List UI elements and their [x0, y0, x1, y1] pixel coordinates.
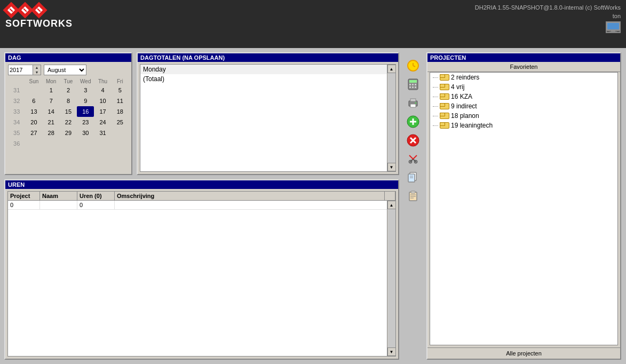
dot-line-3 — [433, 97, 438, 97]
uren-scroll-up[interactable]: ▲ — [387, 201, 396, 209]
project-item-vrij[interactable]: 4 vrij — [430, 82, 617, 92]
day-31[interactable]: 31 — [94, 128, 111, 138]
diamond-inner-2 — [21, 6, 29, 14]
day-14[interactable]: 14 — [43, 106, 60, 117]
alle-projecten-button[interactable]: Alle projecten — [427, 347, 620, 359]
add-button[interactable] — [405, 114, 421, 130]
main-content: DAG 2017 ▲ ▼ January February — [0, 48, 626, 364]
year-up-arrow[interactable]: ▲ — [33, 65, 41, 70]
project-name-leaningtech: 19 leaningtech — [451, 122, 493, 129]
day-15[interactable]: 15 — [60, 106, 77, 117]
monitor-icon[interactable] — [606, 21, 621, 33]
printer-button[interactable] — [405, 95, 421, 111]
svg-rect-9 — [409, 84, 411, 85]
week-row-33: 33 13 14 15 16 17 18 — [8, 106, 129, 117]
project-name-kza: 16 KZA — [451, 93, 472, 100]
copy-button[interactable] — [405, 170, 421, 186]
toolbar — [403, 52, 422, 360]
dot-line-2 — [433, 87, 438, 88]
dot-line-5 — [433, 116, 438, 116]
dagtotalen-content: Monday 1 (Totaal) 1 ▲ ▼ — [140, 64, 396, 172]
dagtotalen-scroll-down[interactable]: ▼ — [387, 163, 396, 171]
dagtotalen-scroll-up[interactable]: ▲ — [387, 65, 396, 73]
week-36: 36 — [8, 138, 25, 149]
uren-scrollbar[interactable]: ▲ ▼ — [387, 201, 395, 356]
diamond-bar-2 — [23, 8, 27, 12]
day-20[interactable]: 20 — [25, 117, 42, 128]
diamond-inner-3 — [35, 6, 43, 14]
project-item-leaningtech[interactable]: 19 leaningtech — [430, 121, 617, 130]
week-row-35: 35 27 28 29 30 31 — [8, 128, 129, 138]
day-4[interactable]: 4 — [94, 85, 111, 96]
project-name-reinders: 2 reinders — [451, 74, 479, 81]
dagtotalen-scrollbar[interactable]: ▲ ▼ — [387, 65, 395, 171]
uren-row-1[interactable]: 0 0 — [8, 201, 395, 210]
calendar-table: Sun Mon Tue Wed Thu Fri 31 — [8, 78, 129, 149]
year-input[interactable]: 2017 — [9, 65, 33, 75]
uren-header: Project Naam Uren (0) Omschrijving — [7, 191, 396, 201]
project-item-kza[interactable]: 16 KZA — [430, 92, 617, 101]
day-1[interactable]: 1 — [43, 85, 60, 96]
month-select[interactable]: January February March April May June Ju… — [44, 65, 86, 75]
project-item-reinders[interactable]: 2 reinders — [430, 73, 617, 82]
day-29[interactable]: 29 — [60, 128, 77, 138]
col-thu: Thu — [94, 78, 111, 85]
year-arrows[interactable]: ▲ ▼ — [33, 65, 41, 75]
projecten-title: PROJECTEN — [427, 53, 620, 62]
dagtotalen-scroll-track — [388, 73, 395, 163]
calculator-button[interactable] — [405, 76, 421, 92]
day-9[interactable]: 9 — [77, 96, 94, 106]
day-28[interactable]: 28 — [43, 128, 60, 138]
folder-icon-5 — [440, 113, 448, 119]
dagtotalen-row-1: Monday 1 — [140, 65, 395, 74]
clock-button[interactable] — [405, 58, 421, 74]
uren-table-area: Project Naam Uren (0) Omschrijving 0 0 ▲ — [7, 191, 396, 357]
day-5[interactable]: 5 — [112, 85, 129, 96]
uren-col-uren: Uren (0) — [77, 192, 115, 200]
project-item-planon[interactable]: 18 planon — [430, 111, 617, 121]
day-2[interactable]: 2 — [60, 85, 77, 96]
year-down-arrow[interactable]: ▼ — [33, 70, 41, 75]
day-23[interactable]: 23 — [77, 117, 94, 128]
day-16-today[interactable]: 16 — [77, 106, 94, 117]
year-spinner[interactable]: 2017 ▲ ▼ — [8, 65, 41, 75]
day-10[interactable]: 10 — [94, 96, 111, 106]
uren-cell-naam[interactable] — [40, 201, 77, 209]
day-13[interactable]: 13 — [25, 106, 42, 117]
uren-cell-omschrijving[interactable] — [115, 201, 395, 209]
uren-cell-project[interactable]: 0 — [8, 201, 40, 209]
project-item-indirect[interactable]: 9 indirect — [430, 101, 617, 111]
week-row-36: 36 — [8, 138, 129, 149]
day-22[interactable]: 22 — [60, 117, 77, 128]
folder-icon-2 — [440, 84, 448, 90]
day-27[interactable]: 27 — [25, 128, 42, 138]
day-21[interactable]: 21 — [43, 117, 60, 128]
dagtotalen-row-2: (Totaal) 1 — [140, 74, 395, 84]
col-sun: Sun — [25, 78, 42, 85]
uren-scroll-down[interactable]: ▼ — [387, 347, 396, 356]
day-empty-6 — [77, 138, 94, 149]
remove-button[interactable] — [405, 132, 421, 148]
day-30[interactable]: 30 — [77, 128, 94, 138]
dot-line-1 — [433, 77, 438, 78]
uren-cell-uren[interactable]: 0 — [77, 201, 115, 209]
folder-icon-1 — [440, 74, 448, 81]
day-18[interactable]: 18 — [112, 106, 129, 117]
day-11[interactable]: 11 — [112, 96, 129, 106]
uren-col-naam: Naam — [40, 192, 77, 200]
day-6[interactable]: 6 — [25, 96, 42, 106]
uren-title: UREN — [5, 180, 398, 189]
uren-col-omschrijving: Omschrijving — [115, 192, 385, 200]
day-8[interactable]: 8 — [60, 96, 77, 106]
cut-button[interactable] — [405, 151, 421, 167]
day-25[interactable]: 25 — [112, 117, 129, 128]
day-17[interactable]: 17 — [94, 106, 111, 117]
day-7[interactable]: 7 — [43, 96, 60, 106]
year-month-row: 2017 ▲ ▼ January February March April Ma… — [8, 65, 129, 75]
svg-rect-1 — [607, 23, 619, 29]
dag-title: DAG — [5, 53, 131, 62]
day-3[interactable]: 3 — [77, 85, 94, 96]
paste-button[interactable] — [405, 188, 421, 204]
project-name-planon: 18 planon — [451, 112, 479, 120]
day-24[interactable]: 24 — [94, 117, 111, 128]
